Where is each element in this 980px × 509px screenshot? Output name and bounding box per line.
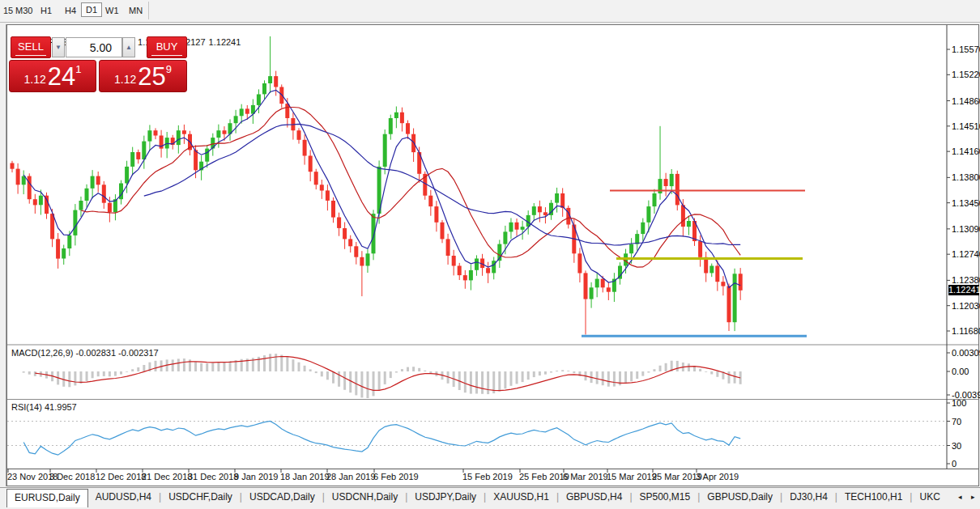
timeframe-button-MN[interactable]: MN (126, 4, 145, 17)
volume-decrement-button[interactable]: ▼ (52, 37, 65, 57)
rsi-layer (23, 422, 740, 456)
macd-name: MACD(12,26,9) (11, 348, 73, 358)
price-axis-label: 1.12030 (952, 301, 980, 311)
timeframe-button-H1[interactable]: H1 (38, 4, 54, 17)
buy-pips: 25 (138, 66, 165, 88)
volume-increment-button[interactable]: ▲ (122, 37, 135, 57)
date-axis-label: 3 Dec 2018 (49, 472, 95, 481)
date-axis-label: 28 Jan 2019 (326, 472, 376, 481)
price-axis-label: 1.15220 (952, 70, 980, 79)
date-axis-label: 6 Feb 2019 (373, 472, 419, 481)
trading-app-window: 15M30H1H4D1W1MN ▲EURUSD,Daily 1.121551.1… (0, 0, 980, 509)
tab-xauusd-h1[interactable]: XAUUSD,H1 (486, 488, 556, 508)
date-axis-label: 15 Mar 2019 (607, 472, 657, 481)
tab-scroll-left-icon[interactable]: ◂ (958, 493, 962, 501)
rsi-name: RSI(14) (11, 402, 42, 412)
buy-pipette: 9 (166, 63, 172, 75)
chart-window[interactable]: ▲EURUSD,Daily 1.121551.122831.121271.122… (6, 24, 979, 486)
axis-ticks (947, 49, 950, 464)
price-axis-label: 1.12740 (952, 249, 980, 259)
rsi-axis-label: 30 (952, 441, 961, 451)
buy-button-label: BUY (147, 40, 186, 53)
timeframe-button-M30[interactable]: M30 (13, 4, 35, 17)
spinner-down-icon: ▼ (55, 44, 62, 51)
rsi-axis-label: 0 (952, 459, 957, 469)
tab-gbpusd-daily[interactable]: GBPUSD,Daily (700, 488, 780, 508)
price-axis-label: 1.13800 (952, 172, 980, 182)
trend-lines-layer (582, 190, 807, 336)
price-axis-label: 1.14510 (952, 121, 980, 131)
macd-axis-label: 0.003095 (952, 348, 980, 358)
sell-button[interactable]: SELL (11, 36, 51, 58)
price-axis-label: 1.11680 (952, 326, 980, 336)
buy-button[interactable]: BUY (147, 36, 187, 58)
tab-scroll-right-icon[interactable]: ▸ (971, 493, 975, 501)
toolbar-separator (148, 2, 149, 19)
tab-usdcad-daily[interactable]: USDCAD,Daily (242, 488, 322, 508)
price-axis-label: 1.13090 (952, 224, 980, 234)
ohlc-close: 1.12241 (209, 37, 241, 47)
tab-ukc[interactable]: UKC (912, 488, 947, 508)
current-price-badge: 1.12241 (948, 285, 979, 295)
date-axis-label: 12 Dec 2018 (96, 472, 146, 481)
sell-button-label: SELL (11, 40, 50, 53)
tab-usdchf-daily[interactable]: USDCHF,Daily (161, 488, 240, 508)
macd-values: -0.002831 -0.002317 (75, 348, 158, 358)
date-axis-label: 6 Mar 2019 (563, 472, 608, 481)
tab-dj30-h4[interactable]: DJ30,H4 (782, 488, 835, 508)
spinner-up-icon: ▲ (126, 44, 132, 51)
date-axis-label: 25 Feb 2019 (519, 472, 569, 481)
price-axis-label: 1.12380 (952, 275, 980, 285)
sell-price-button[interactable]: 1.12 24 1 (9, 60, 96, 92)
price-axis-label: 1.14860 (952, 96, 980, 106)
date-axis-label: 9 Jan 2019 (234, 472, 278, 481)
sell-pips: 24 (48, 66, 75, 88)
tab-eurusd-daily[interactable]: EURUSD,Daily (6, 489, 88, 508)
price-axis-label: 1.13450 (952, 198, 980, 208)
date-axis-label: 21 Dec 2018 (142, 472, 192, 481)
window-left-edge (0, 24, 6, 486)
sell-pipette: 1 (75, 63, 81, 75)
date-axis-label: 15 Feb 2019 (462, 472, 513, 481)
timeframe-button-D1[interactable]: D1 (81, 2, 102, 17)
buy-underline (151, 55, 182, 56)
date-axis-label: 31 Dec 2018 (188, 472, 238, 481)
tab-usdjpy-daily[interactable]: USDJPY,Daily (407, 488, 484, 508)
sell-big-figure: 1.12 (24, 73, 46, 86)
date-axis-label: 18 Jan 2019 (280, 472, 330, 481)
tab-gbpusd-h4[interactable]: GBPUSD,H4 (559, 488, 629, 508)
date-axis-label: 25 Mar 2019 (652, 472, 702, 481)
date-axis-label: 3 Apr 2019 (696, 472, 739, 481)
macd-layer (23, 354, 740, 398)
volume-input[interactable] (66, 37, 122, 57)
chart-tab-bar: EURUSD,DailyAUDUSD,H4|USDCHF,Daily|USDCA… (0, 487, 980, 508)
timeframe-button-H4[interactable]: H4 (62, 4, 79, 17)
sell-underline (15, 55, 46, 56)
timeframe-toolbar: 15M30H1H4D1W1MN (0, 0, 980, 23)
rsi-axis-label: 70 (952, 417, 961, 426)
tab-audusd-h4[interactable]: AUDUSD,H4 (88, 488, 159, 508)
macd-axis-label: 0.00 (952, 367, 969, 376)
tab-sp500-m15[interactable]: SP500,M15 (633, 488, 698, 508)
buy-big-figure: 1.12 (114, 73, 136, 86)
chart-canvas[interactable] (7, 25, 978, 486)
rsi-axis-label: 100 (952, 398, 966, 408)
rsi-value: 41.9957 (45, 402, 77, 412)
timeframe-button-W1[interactable]: W1 (103, 4, 121, 17)
buy-price-button[interactable]: 1.12 25 9 (99, 60, 187, 92)
rsi-panel-header: RSI(14) 41.9957 (11, 402, 77, 412)
one-click-trade-panel: SELL ▼ ▲ BUY 1.12 24 1 1.12 25 9 (9, 36, 189, 93)
macd-panel-header: MACD(12,26,9) -0.002831 -0.002317 (11, 348, 159, 358)
tab-tech100-h1[interactable]: TECH100,H1 (837, 488, 910, 508)
price-axis-label: 1.15570 (952, 45, 980, 54)
tab-usdcnh-daily[interactable]: USDCNH,Daily (325, 488, 405, 508)
price-axis-label: 1.14160 (952, 146, 980, 156)
